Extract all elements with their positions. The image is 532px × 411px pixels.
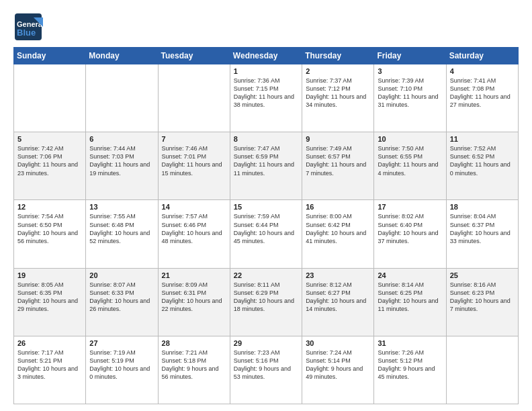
svg-text:Blue: Blue <box>17 28 36 38</box>
day-number: 15 <box>234 203 298 211</box>
calendar-cell: 4Sunrise: 7:41 AMSunset: 7:08 PMDaylight… <box>446 64 518 132</box>
day-number: 4 <box>450 67 515 75</box>
day-number: 18 <box>450 203 515 211</box>
day-number: 30 <box>306 339 370 347</box>
calendar-cell: 13Sunrise: 7:55 AMSunset: 6:48 PMDayligh… <box>86 200 158 268</box>
weekday-header-wednesday: Wednesday <box>230 48 302 64</box>
calendar-cell <box>158 64 230 132</box>
cell-details: Sunrise: 7:36 AMSunset: 7:15 PMDaylight:… <box>234 77 298 109</box>
cell-details: Sunrise: 7:59 AMSunset: 6:44 PMDaylight:… <box>234 212 298 245</box>
cell-details: Sunrise: 7:21 AMSunset: 5:18 PMDaylight:… <box>162 349 226 381</box>
day-number: 22 <box>234 271 298 279</box>
cell-details: Sunrise: 7:50 AMSunset: 6:55 PMDaylight:… <box>378 144 442 177</box>
weekday-header-thursday: Thursday <box>302 48 374 64</box>
day-number: 14 <box>162 203 226 211</box>
cell-details: Sunrise: 7:44 AMSunset: 7:03 PMDaylight:… <box>89 144 154 177</box>
cell-details: Sunrise: 8:12 AMSunset: 6:27 PMDaylight:… <box>306 281 370 314</box>
calendar-cell: 18Sunrise: 8:04 AMSunset: 6:37 PMDayligh… <box>446 200 518 268</box>
cell-details: Sunrise: 7:19 AMSunset: 5:19 PMDaylight:… <box>89 349 154 381</box>
cell-details: Sunrise: 8:14 AMSunset: 6:25 PMDaylight:… <box>378 281 442 314</box>
calendar-cell: 19Sunrise: 8:05 AMSunset: 6:35 PMDayligh… <box>14 268 86 336</box>
cell-details: Sunrise: 7:49 AMSunset: 6:57 PMDaylight:… <box>306 144 370 177</box>
header: General Blue <box>13 12 519 42</box>
calendar-cell: 10Sunrise: 7:50 AMSunset: 6:55 PMDayligh… <box>374 132 446 200</box>
calendar-week-3: 12Sunrise: 7:54 AMSunset: 6:50 PMDayligh… <box>14 200 519 268</box>
calendar-cell: 14Sunrise: 7:57 AMSunset: 6:46 PMDayligh… <box>158 200 230 268</box>
cell-details: Sunrise: 7:52 AMSunset: 6:52 PMDaylight:… <box>450 144 515 177</box>
calendar-cell: 17Sunrise: 8:02 AMSunset: 6:40 PMDayligh… <box>374 200 446 268</box>
calendar-cell: 11Sunrise: 7:52 AMSunset: 6:52 PMDayligh… <box>446 132 518 200</box>
day-number: 11 <box>450 135 515 143</box>
cell-details: Sunrise: 7:17 AMSunset: 5:21 PMDaylight:… <box>17 349 82 381</box>
calendar-cell: 24Sunrise: 8:14 AMSunset: 6:25 PMDayligh… <box>374 268 446 336</box>
weekday-header-monday: Monday <box>86 48 158 64</box>
cell-details: Sunrise: 7:26 AMSunset: 5:12 PMDaylight:… <box>378 349 442 381</box>
calendar-cell: 5Sunrise: 7:42 AMSunset: 7:06 PMDaylight… <box>14 132 86 200</box>
calendar-cell <box>446 336 518 404</box>
calendar-cell <box>86 64 158 132</box>
weekday-header-saturday: Saturday <box>446 48 518 64</box>
day-number: 23 <box>306 271 370 279</box>
calendar-cell: 25Sunrise: 8:16 AMSunset: 6:23 PMDayligh… <box>446 268 518 336</box>
cell-details: Sunrise: 8:04 AMSunset: 6:37 PMDaylight:… <box>450 212 515 245</box>
cell-details: Sunrise: 8:07 AMSunset: 6:33 PMDaylight:… <box>89 281 154 314</box>
day-number: 27 <box>89 339 154 347</box>
day-number: 6 <box>89 135 154 143</box>
day-number: 13 <box>89 203 154 211</box>
cell-details: Sunrise: 7:54 AMSunset: 6:50 PMDaylight:… <box>17 212 82 245</box>
calendar-cell: 31Sunrise: 7:26 AMSunset: 5:12 PMDayligh… <box>374 336 446 404</box>
cell-details: Sunrise: 7:57 AMSunset: 6:46 PMDaylight:… <box>162 212 226 245</box>
day-number: 1 <box>234 67 298 75</box>
calendar-week-1: 1Sunrise: 7:36 AMSunset: 7:15 PMDaylight… <box>14 64 519 132</box>
calendar-cell: 8Sunrise: 7:47 AMSunset: 6:59 PMDaylight… <box>230 132 302 200</box>
calendar-cell: 15Sunrise: 7:59 AMSunset: 6:44 PMDayligh… <box>230 200 302 268</box>
calendar-cell: 1Sunrise: 7:36 AMSunset: 7:15 PMDaylight… <box>230 64 302 132</box>
cell-details: Sunrise: 8:09 AMSunset: 6:31 PMDaylight:… <box>162 281 226 314</box>
day-number: 20 <box>89 271 154 279</box>
day-number: 5 <box>17 135 82 143</box>
cell-details: Sunrise: 7:41 AMSunset: 7:08 PMDaylight:… <box>450 77 515 109</box>
calendar-week-5: 26Sunrise: 7:17 AMSunset: 5:21 PMDayligh… <box>14 336 519 404</box>
day-number: 24 <box>378 271 442 279</box>
calendar-week-4: 19Sunrise: 8:05 AMSunset: 6:35 PMDayligh… <box>14 268 519 336</box>
calendar-cell: 20Sunrise: 8:07 AMSunset: 6:33 PMDayligh… <box>86 268 158 336</box>
day-number: 8 <box>234 135 298 143</box>
cell-details: Sunrise: 7:47 AMSunset: 6:59 PMDaylight:… <box>234 144 298 177</box>
calendar-cell: 21Sunrise: 8:09 AMSunset: 6:31 PMDayligh… <box>158 268 230 336</box>
day-number: 29 <box>234 339 298 347</box>
calendar-cell: 9Sunrise: 7:49 AMSunset: 6:57 PMDaylight… <box>302 132 374 200</box>
cell-details: Sunrise: 8:16 AMSunset: 6:23 PMDaylight:… <box>450 281 515 314</box>
cell-details: Sunrise: 7:23 AMSunset: 5:16 PMDaylight:… <box>234 349 298 381</box>
day-number: 12 <box>17 203 82 211</box>
weekday-header-row: SundayMondayTuesdayWednesdayThursdayFrid… <box>14 48 519 64</box>
day-number: 16 <box>306 203 370 211</box>
cell-details: Sunrise: 7:39 AMSunset: 7:10 PMDaylight:… <box>378 77 442 109</box>
calendar-cell: 29Sunrise: 7:23 AMSunset: 5:16 PMDayligh… <box>230 336 302 404</box>
page: General Blue SundayMondayTuesdayWednesda… <box>0 0 532 411</box>
logo-icon: General Blue <box>13 12 43 42</box>
cell-details: Sunrise: 7:46 AMSunset: 7:01 PMDaylight:… <box>162 144 226 177</box>
calendar-cell: 27Sunrise: 7:19 AMSunset: 5:19 PMDayligh… <box>86 336 158 404</box>
calendar-cell: 28Sunrise: 7:21 AMSunset: 5:18 PMDayligh… <box>158 336 230 404</box>
calendar-cell: 12Sunrise: 7:54 AMSunset: 6:50 PMDayligh… <box>14 200 86 268</box>
cell-details: Sunrise: 8:02 AMSunset: 6:40 PMDaylight:… <box>378 212 442 245</box>
calendar-table: SundayMondayTuesdayWednesdayThursdayFrid… <box>13 47 519 404</box>
logo: General Blue <box>13 12 43 42</box>
calendar-cell <box>14 64 86 132</box>
weekday-header-tuesday: Tuesday <box>158 48 230 64</box>
day-number: 9 <box>306 135 370 143</box>
calendar-cell: 22Sunrise: 8:11 AMSunset: 6:29 PMDayligh… <box>230 268 302 336</box>
day-number: 28 <box>162 339 226 347</box>
cell-details: Sunrise: 8:00 AMSunset: 6:42 PMDaylight:… <box>306 212 370 245</box>
calendar-cell: 3Sunrise: 7:39 AMSunset: 7:10 PMDaylight… <box>374 64 446 132</box>
calendar-cell: 2Sunrise: 7:37 AMSunset: 7:12 PMDaylight… <box>302 64 374 132</box>
calendar-cell: 30Sunrise: 7:24 AMSunset: 5:14 PMDayligh… <box>302 336 374 404</box>
day-number: 3 <box>378 67 442 75</box>
cell-details: Sunrise: 7:42 AMSunset: 7:06 PMDaylight:… <box>17 144 82 177</box>
calendar-cell: 23Sunrise: 8:12 AMSunset: 6:27 PMDayligh… <box>302 268 374 336</box>
calendar-cell: 7Sunrise: 7:46 AMSunset: 7:01 PMDaylight… <box>158 132 230 200</box>
cell-details: Sunrise: 8:11 AMSunset: 6:29 PMDaylight:… <box>234 281 298 314</box>
day-number: 21 <box>162 271 226 279</box>
day-number: 19 <box>17 271 82 279</box>
day-number: 31 <box>378 339 442 347</box>
